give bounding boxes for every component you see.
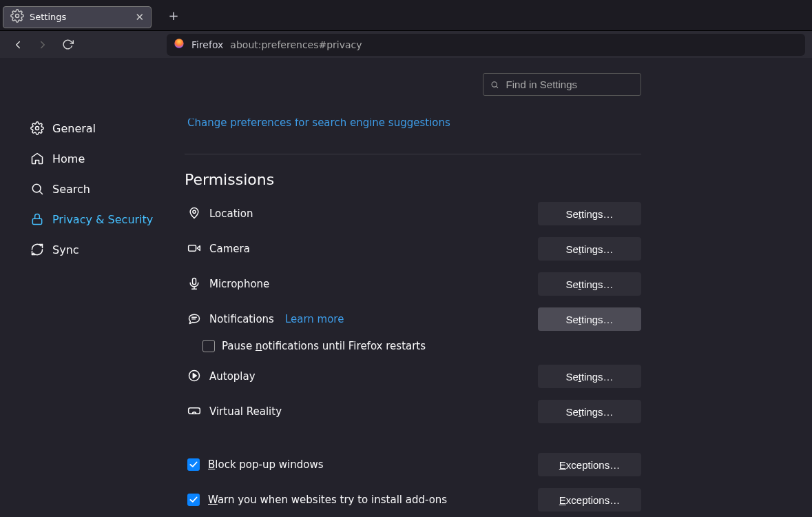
warn-addons-checkbox[interactable] bbox=[187, 494, 200, 506]
block-popups-checkbox[interactable] bbox=[187, 458, 200, 471]
microphone-icon bbox=[187, 276, 201, 292]
perm-row-autoplay: Autoplay Settings… bbox=[185, 362, 641, 391]
url-bar[interactable]: Firefox about:preferences#privacy bbox=[167, 34, 805, 56]
location-icon bbox=[187, 206, 201, 222]
search-settings-input[interactable] bbox=[505, 78, 634, 91]
settings-icon bbox=[10, 9, 24, 25]
notifications-settings-button[interactable]: Settings… bbox=[538, 307, 641, 331]
search-icon bbox=[490, 80, 499, 90]
vr-label: Virtual Reality bbox=[209, 405, 282, 418]
tab-strip: Settings ✕ + bbox=[0, 0, 812, 30]
main-pane: Change preferences for search engine sug… bbox=[185, 58, 812, 517]
perm-row-camera: Camera Settings… bbox=[185, 234, 641, 263]
microphone-settings-button[interactable]: Settings… bbox=[538, 272, 641, 296]
warn-addons-row: Warn you when websites try to install ad… bbox=[185, 485, 641, 514]
svg-point-6 bbox=[492, 81, 497, 86]
svg-point-1 bbox=[174, 39, 183, 48]
block-popups-label: Block pop-up windows bbox=[208, 458, 324, 471]
new-tab-button[interactable]: + bbox=[164, 6, 183, 25]
svg-marker-10 bbox=[197, 245, 200, 250]
close-tab-icon[interactable]: ✕ bbox=[135, 11, 144, 23]
sidebar-item-sync[interactable]: Sync bbox=[25, 234, 185, 265]
url-text: about:preferences#privacy bbox=[230, 39, 362, 50]
section-separator bbox=[185, 154, 641, 154]
sidebar-item-search[interactable]: Search bbox=[25, 174, 185, 204]
svg-marker-17 bbox=[193, 373, 196, 378]
svg-rect-9 bbox=[189, 245, 196, 250]
perm-row-location: Location Settings… bbox=[185, 199, 641, 228]
svg-point-0 bbox=[16, 14, 19, 18]
microphone-label: Microphone bbox=[209, 278, 269, 290]
perm-row-vr: Virtual Reality Settings… bbox=[185, 397, 641, 426]
block-popups-row: Block pop-up windows Exceptions… bbox=[185, 450, 641, 479]
back-button[interactable] bbox=[7, 34, 29, 56]
content-area: General Home Search Privacy & Security S… bbox=[0, 58, 812, 517]
search-settings[interactable] bbox=[483, 73, 641, 96]
autoplay-icon bbox=[187, 369, 201, 385]
block-popups-exceptions-button[interactable]: Exceptions… bbox=[538, 453, 641, 476]
warn-addons-label: Warn you when websites try to install ad… bbox=[208, 494, 447, 506]
tab-title: Settings bbox=[30, 12, 129, 22]
camera-icon bbox=[187, 241, 201, 257]
sidebar-item-label: General bbox=[52, 122, 96, 135]
firefox-logo-icon bbox=[174, 38, 185, 51]
perm-row-microphone: Microphone Settings… bbox=[185, 270, 641, 298]
svg-rect-11 bbox=[193, 278, 196, 284]
autoplay-label: Autoplay bbox=[209, 370, 256, 383]
autoplay-settings-button[interactable]: Settings… bbox=[538, 365, 641, 388]
forward-button[interactable] bbox=[32, 34, 54, 56]
sidebar-item-privacy[interactable]: Privacy & Security bbox=[25, 204, 185, 234]
search-suggestions-prefs-link[interactable]: Change preferences for search engine sug… bbox=[187, 119, 450, 129]
svg-rect-5 bbox=[32, 219, 41, 224]
sidebar-item-general[interactable]: General bbox=[25, 113, 185, 143]
browser-tab[interactable]: Settings ✕ bbox=[3, 6, 152, 28]
svg-point-8 bbox=[193, 210, 196, 213]
sidebar-item-home[interactable]: Home bbox=[25, 143, 185, 174]
pause-notifications-row: Pause notifications until Firefox restar… bbox=[185, 340, 641, 352]
perm-row-notifications: Notifications Learn more Settings… bbox=[185, 305, 641, 334]
location-label: Location bbox=[209, 207, 253, 220]
sidebar-item-label: Sync bbox=[52, 243, 79, 256]
reload-button[interactable] bbox=[56, 34, 79, 56]
svg-line-7 bbox=[497, 86, 498, 88]
notifications-label: Notifications bbox=[209, 313, 274, 325]
sidebar: General Home Search Privacy & Security S… bbox=[0, 58, 185, 517]
svg-point-2 bbox=[36, 127, 39, 130]
vr-icon bbox=[187, 404, 201, 420]
notifications-learn-more-link[interactable]: Learn more bbox=[285, 313, 344, 325]
camera-label: Camera bbox=[209, 243, 250, 255]
camera-settings-button[interactable]: Settings… bbox=[538, 237, 641, 261]
svg-rect-18 bbox=[189, 407, 200, 413]
permissions-title: Permissions bbox=[185, 171, 641, 188]
toolbar: Firefox about:preferences#privacy bbox=[0, 30, 812, 58]
sidebar-item-label: Privacy & Security bbox=[52, 213, 153, 226]
warn-addons-exceptions-button[interactable]: Exceptions… bbox=[538, 488, 641, 511]
sidebar-item-label: Home bbox=[52, 152, 85, 165]
sidebar-item-label: Search bbox=[52, 183, 90, 196]
identity-label: Firefox bbox=[191, 39, 223, 50]
svg-line-4 bbox=[40, 192, 43, 194]
vr-settings-button[interactable]: Settings… bbox=[538, 400, 641, 423]
pause-notifications-checkbox[interactable] bbox=[202, 340, 215, 352]
notifications-icon bbox=[187, 312, 201, 327]
location-settings-button[interactable]: Settings… bbox=[538, 202, 641, 225]
pause-notifications-label: Pause notifications until Firefox restar… bbox=[222, 340, 426, 352]
